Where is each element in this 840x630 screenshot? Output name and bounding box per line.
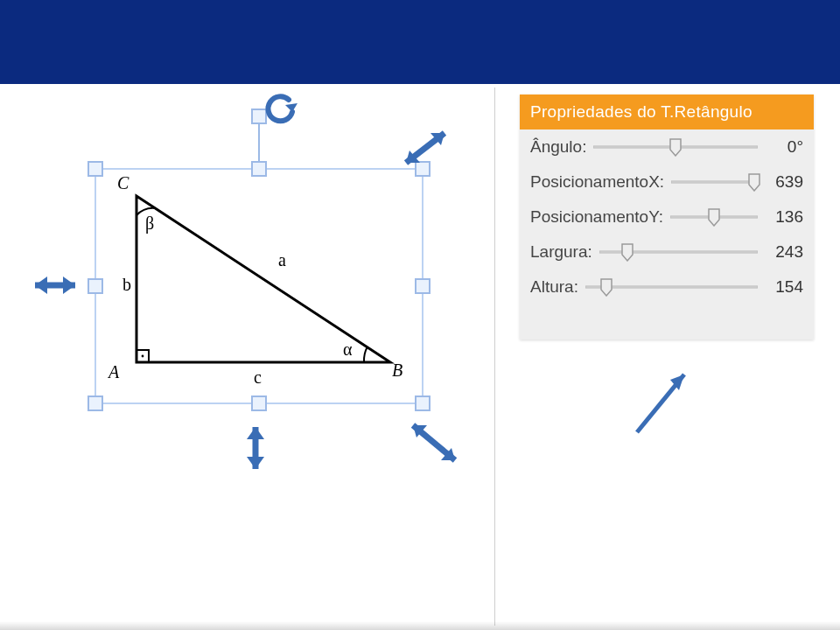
side-label-a: a <box>278 250 286 270</box>
properties-panel: Propriedades do T.Retângulo Ângulo: 0° P… <box>520 94 814 340</box>
row-angulo: Ângulo: 0° <box>520 130 814 164</box>
canvas-area[interactable]: C A B b a c β α <box>0 84 494 630</box>
resize-handle-middle-left[interactable] <box>88 278 103 294</box>
svg-marker-12 <box>247 457 264 469</box>
label-posy: PosicionamentoY: <box>530 207 663 227</box>
resize-handle-bottom-left[interactable] <box>88 396 103 411</box>
row-altura: Altura: 154 <box>520 270 814 304</box>
angle-label-beta: β <box>145 214 154 234</box>
panel-hint-arrow-icon <box>625 357 704 448</box>
resize-handle-bottom-right[interactable] <box>415 396 430 411</box>
title-bar <box>0 0 840 84</box>
resize-handle-top-middle[interactable] <box>251 161 267 177</box>
label-angulo: Ângulo: <box>530 137 586 157</box>
row-posx: PosicionamentoX: 639 <box>520 164 814 200</box>
value-largura: 243 <box>763 242 803 262</box>
angle-label-alpha: α <box>343 340 352 360</box>
bottom-shadow <box>0 621 840 630</box>
side-label-b: b <box>122 275 131 295</box>
label-largura: Largura: <box>530 242 592 262</box>
rotation-stem <box>258 119 260 161</box>
row-posy: PosicionamentoY: 136 <box>520 200 814 234</box>
value-angulo: 0° <box>763 137 803 157</box>
side-label-c: c <box>254 368 262 388</box>
resize-hint-diagonal2-icon <box>401 413 471 474</box>
triangle-shape[interactable] <box>110 178 408 397</box>
svg-marker-8 <box>35 276 47 294</box>
value-posx: 639 <box>763 172 803 192</box>
label-posx: PosicionamentoX: <box>530 172 664 192</box>
slider-altura[interactable] <box>585 277 758 297</box>
resize-handle-middle-right[interactable] <box>415 278 430 294</box>
selection-box[interactable]: C A B b a c β α <box>94 168 424 404</box>
resize-hint-vertical-icon <box>240 415 271 483</box>
resize-hint-diagonal-icon <box>396 122 457 175</box>
svg-marker-9 <box>63 276 75 294</box>
vertex-label-b: B <box>392 360 402 381</box>
resize-handle-bottom-middle[interactable] <box>251 396 267 411</box>
slider-posy[interactable] <box>670 207 758 227</box>
row-largura: Largura: 243 <box>520 234 814 270</box>
vertex-label-c: C <box>117 173 129 193</box>
value-posy: 136 <box>763 207 803 227</box>
svg-marker-0 <box>136 196 390 362</box>
panel-title: Propriedades do T.Retângulo <box>520 94 814 130</box>
resize-hint-horizontal-icon <box>23 270 88 301</box>
vertical-divider <box>494 88 495 626</box>
svg-marker-11 <box>247 427 264 439</box>
slider-angulo[interactable] <box>593 137 758 157</box>
rotate-hint-icon <box>262 93 301 131</box>
vertex-label-a: A <box>108 362 119 382</box>
label-altura: Altura: <box>530 277 578 297</box>
slider-posx[interactable] <box>671 172 758 192</box>
resize-handle-top-left[interactable] <box>88 161 103 177</box>
value-altura: 154 <box>763 277 803 297</box>
svg-point-2 <box>142 355 144 358</box>
slider-largura[interactable] <box>599 242 758 262</box>
svg-marker-3 <box>285 103 298 112</box>
